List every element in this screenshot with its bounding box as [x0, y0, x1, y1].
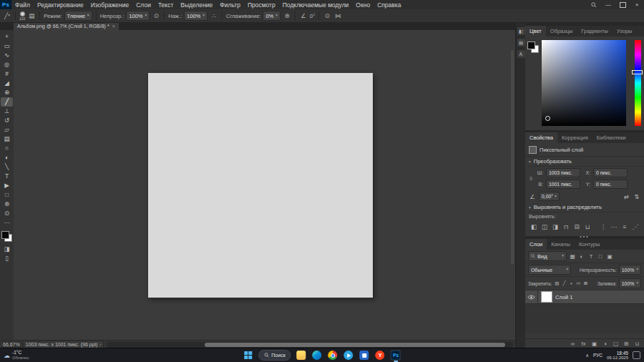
adjustment-layer-icon[interactable]: ◑ [602, 340, 608, 348]
type-tool[interactable]: T [1, 172, 13, 181]
edit-toolbar-tool[interactable]: ⋯ [1, 218, 13, 228]
menubar-item[interactable]: Файл [11, 1, 34, 9]
layer-effects-icon[interactable]: fx [580, 340, 587, 348]
airbrush-icon[interactable]: ∴ [210, 11, 218, 21]
eraser-tool[interactable]: ▱ [1, 125, 13, 134]
shape-tool[interactable]: □ [1, 190, 13, 200]
chrome-app[interactable] [328, 350, 338, 361]
filter-adjustment-layers-icon[interactable]: ◐ [577, 252, 586, 261]
crop-tool[interactable]: # [1, 69, 13, 79]
store-app[interactable] [359, 350, 370, 361]
layer-filter-select[interactable]: Вид ▾ [528, 251, 567, 261]
distribute-1-button[interactable]: ⋮ [599, 222, 608, 231]
menubar-item[interactable]: Подключаемые модули [279, 1, 353, 9]
distribute-3-button[interactable]: ≡ [620, 222, 629, 231]
layer-thumbnail[interactable] [541, 291, 552, 303]
collapsed-panel-character-icon[interactable]: A [517, 50, 525, 58]
hue-slider-marker[interactable] [632, 70, 643, 74]
clone-stamp-tool[interactable]: ⊥ [1, 107, 13, 116]
lock-paint-icon[interactable]: ╱ [561, 280, 567, 287]
panel-tab[interactable]: Свойства [525, 132, 557, 143]
layer-name[interactable]: Слой 1 [555, 294, 573, 300]
new-layer-icon[interactable]: ⊞ [623, 340, 630, 348]
transform-section-header[interactable]: ▾ Преобразовать [525, 157, 644, 167]
layer-group-icon[interactable]: ▢ [613, 340, 619, 348]
rotation-field[interactable]: 0,00°▾ [539, 192, 560, 201]
blend-mode-select[interactable]: Тление▾ [64, 11, 92, 21]
close-button[interactable]: × [630, 0, 644, 9]
flow-select[interactable]: 100%▾ [184, 11, 208, 21]
panel-tab[interactable]: Коррекция [557, 132, 592, 143]
lock-position-icon[interactable]: + [568, 280, 574, 287]
link-layers-icon[interactable]: ∞ [570, 340, 576, 348]
clock[interactable]: 18:45 09.12.2025 [607, 351, 628, 361]
panel-tab[interactable]: Градиенты [577, 26, 613, 36]
yandex-browser-app[interactable]: Y [375, 350, 386, 361]
x-field[interactable]: 0 пикс. [593, 168, 628, 177]
panel-tab[interactable]: Каналы [547, 239, 575, 250]
history-brush-tool[interactable]: ↺ [1, 116, 13, 125]
distribute-2-button[interactable]: ⋯ [610, 222, 618, 231]
width-field[interactable]: 1003 пикс. [546, 168, 580, 177]
quick-mask-tool[interactable]: ◨ [1, 245, 13, 254]
weather-widget[interactable]: ☁ -1°C Облачно [4, 348, 29, 362]
minimize-button[interactable]: — [601, 0, 615, 9]
tray-chevron-icon[interactable]: ∧ [585, 353, 589, 358]
opacity-pressure-icon[interactable]: ⊙ [152, 11, 160, 21]
vertical-scroll-thumb[interactable] [511, 50, 514, 265]
align-center-v-button[interactable]: ⊟ [572, 222, 581, 231]
zoom-level[interactable]: 66,67% [3, 342, 20, 347]
collapsed-panel-1-icon[interactable]: ◧ [517, 27, 525, 35]
zoom-tool[interactable]: ⊙ [1, 209, 13, 218]
healing-brush-tool[interactable]: ⊕ [1, 88, 13, 97]
brush-angle-value[interactable]: 0° [310, 13, 315, 19]
more-options-button[interactable]: ••• [525, 233, 644, 239]
filter-shape-layers-icon[interactable]: □ [596, 252, 605, 261]
eyedropper-tool[interactable]: ◢ [1, 79, 13, 88]
menubar-item[interactable]: Окно [352, 1, 374, 9]
tool-preset-picker[interactable]: ╱▾ [3, 11, 11, 21]
align-center-h-button[interactable]: ◫ [540, 222, 549, 231]
menubar-item[interactable]: Редактирование [34, 1, 87, 9]
panel-tab[interactable]: Библиотеки [592, 132, 630, 143]
layer-visibility-toggle[interactable] [525, 290, 538, 303]
lock-artboard-icon[interactable]: ▭ [575, 280, 581, 287]
notifications-icon[interactable] [633, 351, 640, 359]
y-field[interactable]: 0 пикс. [593, 180, 628, 189]
smoothing-options-gear-icon[interactable]: ⊛ [283, 11, 291, 21]
link-dimensions-icon[interactable]: ∞ [529, 176, 534, 182]
marquee-tool[interactable]: ▭ [1, 41, 13, 51]
lasso-tool[interactable]: ∿ [1, 51, 13, 60]
screen-mode-tool[interactable]: ▯ [1, 254, 13, 263]
taskbar-search[interactable]: Поиск [258, 350, 291, 361]
telegram-app[interactable] [343, 350, 354, 361]
layer-fill-select[interactable]: 100%▾ [619, 278, 641, 288]
hand-tool[interactable]: ⊛ [1, 200, 13, 209]
layer-blend-mode-select[interactable]: Обычные▾ [528, 265, 571, 275]
flip-vertical-icon[interactable]: ⇅ [633, 192, 641, 201]
blur-tool[interactable]: ○ [1, 144, 13, 153]
photoshop-app[interactable]: Ps [391, 350, 401, 361]
panel-tab[interactable]: Контуры [575, 239, 604, 250]
language-indicator[interactable]: РУС [593, 353, 602, 358]
align-top-button[interactable]: ⊓ [562, 222, 570, 231]
lock-all-icon[interactable]: ⊠ [582, 280, 588, 287]
brush-settings-panel-toggle[interactable]: ▤ [27, 11, 36, 21]
filter-smart-objects-icon[interactable]: ▣ [605, 252, 614, 261]
foreground-color-chip[interactable] [1, 231, 9, 239]
align-section-header[interactable]: ▾ Выровнять и распределить [525, 202, 644, 212]
panel-tab[interactable]: Цвет [525, 26, 546, 36]
panel-tab[interactable]: Узоры [613, 26, 636, 36]
opacity-select[interactable]: 100%▾ [126, 11, 150, 21]
horizontal-scroll-thumb[interactable] [205, 343, 505, 347]
foreground-background-colors[interactable] [1, 231, 12, 242]
menubar-item[interactable]: Справка [374, 1, 404, 9]
align-bottom-button[interactable]: ⊔ [583, 222, 592, 231]
gradient-tool[interactable]: ▤ [1, 134, 13, 144]
menubar-item[interactable]: Просмотр [244, 1, 279, 9]
search-icon[interactable] [587, 0, 601, 9]
foreground-color-chip[interactable] [527, 41, 535, 49]
layer-mask-icon[interactable]: ▣ [591, 340, 597, 348]
hue-slider[interactable] [635, 40, 641, 126]
move-tool[interactable]: + [1, 32, 13, 41]
